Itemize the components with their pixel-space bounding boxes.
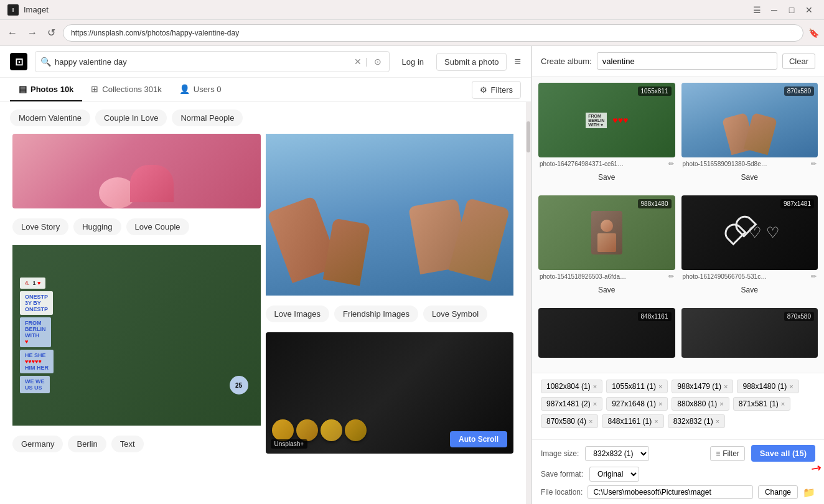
tag-friendship-images[interactable]: Friendship Images — [334, 306, 418, 322]
refresh-button[interactable]: ↺ — [45, 24, 58, 41]
size-tag-832[interactable]: 832x832 (1) × — [668, 414, 725, 428]
close-icon[interactable]: ✕ — [802, 2, 817, 17]
photo-gold[interactable]: Unsplash+ Auto Scroll — [266, 332, 514, 454]
size-tag-871[interactable]: 871x581 (1) × — [733, 397, 790, 411]
filter-control-button[interactable]: ≡ Filter — [710, 446, 745, 461]
tags-love-story: Love Story Hugging Love Couple — [12, 213, 261, 240]
clear-button[interactable]: Clear — [782, 54, 815, 69]
right-photo-item-1[interactable]: FROMBERLINWITH ♥ ♥♥♥ 1055x811 — [538, 83, 675, 157]
photo-hands[interactable] — [266, 134, 514, 296]
maximize-icon[interactable]: □ — [784, 2, 799, 17]
file-location-input[interactable] — [588, 485, 753, 499]
right-photo-item-4[interactable]: ♡ ♡ 987x1481 — [681, 195, 818, 270]
save-all-button[interactable]: Save all (15) — [751, 445, 815, 462]
album-label: Create album: — [541, 57, 592, 66]
filters-button[interactable]: ⚙ Filters — [472, 81, 521, 99]
submit-photo-button[interactable]: Submit a photo — [436, 53, 507, 71]
tag-couple-in-love[interactable]: Couple In Love — [95, 110, 167, 126]
unsplash-header: ⊡ 🔍 ✕ | ⊙ Log in Submit a photo ≡ — [0, 46, 531, 78]
right-photo-item-5[interactable]: 848x1161 — [538, 308, 675, 358]
tag-love-symbol[interactable]: Love Symbol — [423, 306, 487, 322]
right-photo-item-2[interactable]: 870x580 — [681, 83, 818, 157]
tab-users[interactable]: 👤 Users 0 — [171, 78, 230, 101]
folder-icon-button[interactable]: 📁 — [803, 487, 815, 498]
photo-pink-top[interactable] — [12, 134, 261, 208]
right-photo-item-6[interactable]: 870x580 — [681, 308, 818, 358]
right-photos-area: FROMBERLINWITH ♥ ♥♥♥ 1055x811 photo-1642… — [532, 77, 824, 373]
tag-normal-people[interactable]: Normal People — [172, 110, 243, 126]
change-button[interactable]: Change — [758, 485, 798, 499]
hamburger-menu-button[interactable]: ≡ — [514, 55, 521, 68]
forward-button[interactable]: → — [25, 25, 40, 41]
tag-text[interactable]: Text — [111, 436, 144, 452]
album-input[interactable] — [597, 52, 777, 70]
scrollbar-thumb[interactable] — [527, 121, 530, 152]
right-photo-6: 870x580 — [681, 308, 818, 358]
search-box[interactable]: 🔍 ✕ | ⊙ — [35, 51, 390, 72]
size-tag-1082[interactable]: 1082x804 (1) × — [541, 380, 602, 393]
tag-love-couple[interactable]: Love Couple — [126, 218, 189, 235]
remove-size-9881480[interactable]: × — [789, 383, 793, 390]
tab-photos[interactable]: ▤ Photos 10k — [10, 78, 82, 101]
clear-search-button[interactable]: ✕ — [354, 57, 362, 67]
minimize-icon[interactable]: ─ — [767, 2, 782, 17]
size-tag-880[interactable]: 880x880 (1) × — [672, 397, 729, 411]
size-tag-9871481[interactable]: 987x1481 (2) × — [541, 397, 602, 411]
tag-berlin[interactable]: Berlin — [68, 436, 106, 452]
photo-name-row-2: photo-1516589091380-5d8e87df69 ✏ — [681, 157, 818, 170]
right-photo-4: ♡ ♡ 987x1481 photo-1612490566705-531c7e7… — [681, 195, 818, 297]
right-photo-5: 848x1161 — [538, 308, 675, 358]
photo-size-5: 848x1161 — [638, 312, 672, 321]
format-select[interactable]: Original — [589, 467, 639, 482]
auto-scroll-button[interactable]: Auto Scroll — [450, 431, 507, 447]
remove-size-848[interactable]: × — [654, 418, 658, 425]
tag-hugging[interactable]: Hugging — [73, 218, 121, 235]
tag-love-story[interactable]: Love Story — [12, 218, 68, 235]
menu-icon[interactable]: ☰ — [749, 2, 764, 17]
tag-germany[interactable]: Germany — [12, 436, 63, 452]
photo-edit-3[interactable]: ✏ — [668, 273, 674, 281]
photo-name-3: photo-1541518926503-a6fdabd941 — [540, 273, 627, 280]
photo-save-2[interactable]: Save — [681, 170, 818, 184]
remove-size-880[interactable]: × — [719, 400, 723, 408]
size-tag-9881480[interactable]: 988x1480 (1) × — [737, 380, 798, 393]
photo-save-4[interactable]: Save — [681, 283, 818, 297]
url-bar[interactable]: https://unsplash.com/s/photos/happy-vale… — [63, 24, 803, 42]
bookmark-icon[interactable]: 🔖 — [808, 28, 819, 38]
remove-size-9271648[interactable]: × — [658, 400, 662, 408]
remove-size-1055[interactable]: × — [658, 383, 662, 390]
photos-tab-icon: ▤ — [19, 84, 27, 94]
remove-size-871[interactable]: × — [781, 400, 785, 408]
filters-label: Filters — [491, 85, 513, 95]
camera-search-button[interactable]: ⊙ — [372, 54, 384, 69]
collections-tab-label: Collections 301k — [102, 85, 161, 94]
unsplash-logo: ⊡ — [10, 53, 27, 70]
remove-size-9871481[interactable]: × — [593, 400, 597, 408]
photo-edit-2[interactable]: ✏ — [811, 160, 817, 168]
login-button[interactable]: Log in — [397, 55, 429, 69]
remove-size-870[interactable]: × — [589, 418, 592, 425]
right-photo-3: 988x1480 photo-1541518926503-a6fdabd941 … — [538, 195, 675, 297]
back-button[interactable]: ← — [5, 25, 20, 41]
size-tag-1055[interactable]: 1055x811 (1) × — [606, 380, 668, 393]
right-photo-item-3[interactable]: 988x1480 — [538, 195, 675, 270]
titlebar-controls: ☰ ─ □ ✕ — [749, 2, 817, 17]
photo-save-1[interactable]: Save — [538, 170, 675, 184]
size-tag-870[interactable]: 870x580 (4) × — [541, 414, 598, 428]
tag-modern-valentine[interactable]: Modern Valentine — [10, 110, 90, 126]
remove-size-1082[interactable]: × — [593, 383, 597, 390]
tag-love-images[interactable]: Love Images — [266, 306, 329, 322]
search-input[interactable] — [55, 57, 350, 67]
size-tag-9271648[interactable]: 927x1648 (1) × — [606, 397, 668, 411]
photo-edit-1[interactable]: ✏ — [668, 160, 674, 168]
photo-edit-4[interactable]: ✏ — [811, 273, 817, 281]
remove-size-832[interactable]: × — [716, 418, 719, 425]
scrollbar[interactable] — [526, 102, 531, 504]
tab-collections[interactable]: ⊞ Collections 301k — [82, 78, 170, 101]
size-tag-848[interactable]: 848x1161 (1) × — [602, 414, 663, 428]
remove-size-9881479[interactable]: × — [724, 383, 728, 390]
size-tag-9881479[interactable]: 988x1479 (1) × — [672, 380, 733, 393]
photo-save-3[interactable]: Save — [538, 283, 675, 297]
photo-berlin[interactable]: 4. 1 ♥ ONESTP3Y BYONESTP FROMBERLINWITH♥… — [12, 245, 261, 426]
image-size-select[interactable]: 832x832 (1) — [585, 446, 649, 461]
